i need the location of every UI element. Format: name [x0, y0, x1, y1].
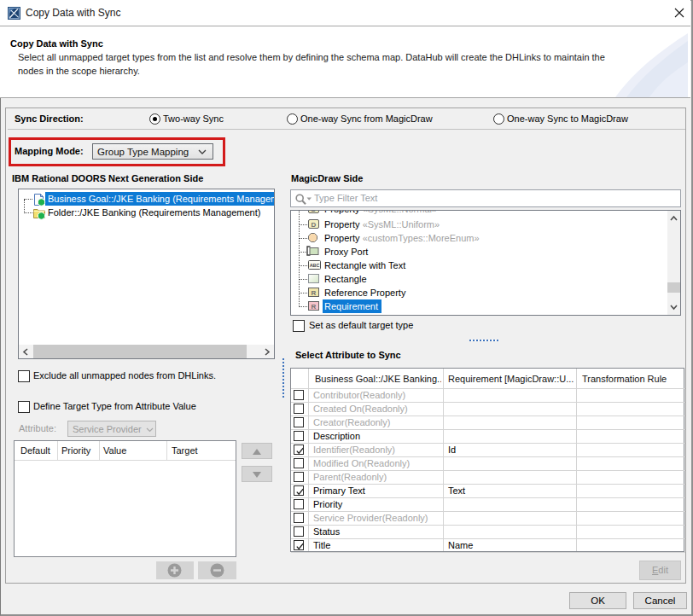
- svg-text:R: R: [312, 289, 317, 297]
- svg-text:R: R: [312, 303, 317, 311]
- svg-text:D: D: [312, 210, 317, 213]
- svg-text:D: D: [312, 221, 317, 229]
- svg-text:ABC: ABC: [310, 263, 320, 268]
